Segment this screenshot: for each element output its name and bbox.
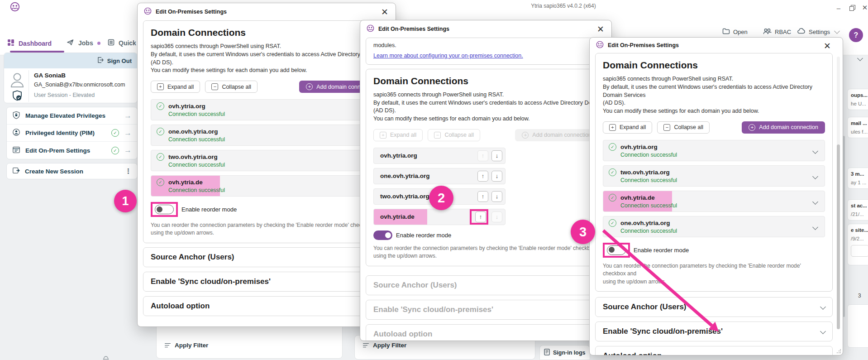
app-window: Ytria sapio365 v4.0.2 (x64) – ✕ Dashboar… bbox=[0, 0, 868, 360]
dialog-edit-onprem-1: Edit On-Premises Settings ✕ Domain Conne… bbox=[137, 3, 396, 327]
success-check-icon: ✓ bbox=[157, 102, 164, 110]
collapse-all-button[interactable]: −Collapse all bbox=[205, 81, 258, 93]
list-icon bbox=[108, 39, 114, 47]
scrolled-panel-fragment: modules. Learn more about configuring yo… bbox=[366, 38, 606, 65]
settings-button[interactable]: Settings bbox=[797, 28, 839, 35]
panel-heading: Domain Connections bbox=[603, 60, 825, 71]
reorder-row-highlighted[interactable]: ovh.ytria.de ↑ ↓ bbox=[373, 209, 506, 225]
reorder-row[interactable]: one.ovh.ytria.org ↑ ↓ bbox=[373, 168, 506, 184]
truncated-card: e site... /9/2... bbox=[847, 224, 868, 265]
expand-all-button[interactable]: +Expand all bbox=[151, 81, 200, 93]
session-card: Sign Out GA SoniaB GA_SoniaB@x7lbv.onmic… bbox=[4, 53, 138, 103]
panel-heading: Domain Connections bbox=[151, 27, 382, 38]
domain-row[interactable]: ✓ovh.ytria.org Connection successful bbox=[603, 140, 825, 161]
domain-row[interactable]: ✓one.ovh.ytria.org Connection successful bbox=[603, 216, 825, 237]
filter-card: Apply Filter bbox=[156, 322, 343, 359]
resize-grip[interactable] bbox=[836, 349, 841, 354]
close-icon[interactable]: ✕ bbox=[597, 25, 604, 34]
truncated-card: oups... he U... bbox=[847, 89, 868, 110]
domain-row[interactable]: ✓two.ovh.ytria.org Connection successful bbox=[151, 150, 382, 171]
truncated-card bbox=[847, 304, 868, 348]
domain-row[interactable]: ✓one.ovh.ytria.org Connection successful bbox=[151, 125, 382, 146]
collapse-all-button[interactable]: −Collapse all bbox=[657, 121, 710, 134]
tab-quick[interactable]: Quick bbox=[108, 39, 136, 47]
chevron-down-icon bbox=[820, 329, 826, 335]
success-check-icon: ✓ bbox=[111, 129, 119, 137]
minimize-button[interactable]: – bbox=[833, 4, 844, 12]
avatar bbox=[10, 72, 25, 91]
move-down-button[interactable]: ↓ bbox=[491, 171, 502, 182]
expand-all-button[interactable]: +Expand all bbox=[603, 121, 652, 134]
success-check-icon: ✓ bbox=[609, 168, 616, 176]
learn-more-link[interactable]: Learn more about configuring your on-pre… bbox=[373, 53, 598, 59]
plus-circle-icon: + bbox=[749, 124, 755, 131]
section-source-anchor-disabled: Source Anchor (Users) bbox=[366, 275, 606, 295]
domain-connections-panel: Domain Connections sapio365 connects thr… bbox=[143, 20, 390, 243]
shield-lock-icon bbox=[12, 111, 20, 120]
move-up-button[interactable]: ↑ bbox=[477, 191, 488, 202]
dialog-scrollbar-thumb[interactable] bbox=[837, 144, 840, 329]
arrow-right-icon: → bbox=[124, 111, 132, 120]
success-check-icon: ✓ bbox=[609, 219, 616, 227]
plus-circle-icon: + bbox=[522, 132, 529, 139]
help-button[interactable]: ? bbox=[849, 28, 863, 42]
sign-out-button[interactable]: Sign Out bbox=[107, 58, 132, 64]
close-icon[interactable]: ✕ bbox=[824, 42, 831, 50]
create-new-session[interactable]: Create New Session ⋮ bbox=[6, 163, 138, 179]
sign-out-icon bbox=[97, 57, 104, 65]
panel-heading: Domain Connections bbox=[373, 76, 598, 86]
domain-connections-panel: Domain Connections sapio365 connects thr… bbox=[595, 53, 833, 292]
chevron-down-icon[interactable] bbox=[857, 55, 863, 61]
arrow-right-icon: → bbox=[124, 129, 132, 138]
success-check-icon: ✓ bbox=[157, 128, 164, 135]
tab-jobs[interactable]: Jobs bbox=[67, 39, 100, 47]
reorder-toggle[interactable] bbox=[607, 245, 626, 255]
signin-logs-tab[interactable]: Sign-in logs bbox=[539, 345, 590, 360]
app-logo-icon bbox=[10, 2, 20, 12]
truncated-card: 3 m... ay 1 ... bbox=[847, 168, 868, 189]
add-domain-button[interactable]: +Add domain connection bbox=[742, 121, 825, 134]
move-up-button[interactable]: ↑ bbox=[477, 171, 488, 182]
truncated-button[interactable] bbox=[851, 245, 868, 257]
step2-highlight-box: ↑ bbox=[470, 209, 488, 225]
move-up-button[interactable]: ↑ bbox=[475, 211, 486, 222]
move-down-button[interactable]: ↓ bbox=[491, 191, 502, 202]
tab-dashboard[interactable]: Dashboard bbox=[7, 39, 52, 48]
section-autoload[interactable]: Autoload option bbox=[143, 296, 390, 316]
people-icon bbox=[763, 28, 772, 36]
chevron-down-icon bbox=[820, 304, 826, 310]
close-icon[interactable]: ✕ bbox=[381, 8, 388, 16]
truncated-card: mail ... ules f... bbox=[847, 117, 868, 138]
reorder-row[interactable]: ovh.ytria.org ↑ ↓ bbox=[373, 148, 506, 164]
rbac-button[interactable]: RBAC bbox=[763, 28, 791, 36]
sidebar-item-pim[interactable]: Privileged Identity (PIM) ✓ → bbox=[7, 125, 137, 142]
reorder-toggle[interactable] bbox=[155, 205, 174, 214]
minus-square-icon: − bbox=[434, 132, 441, 139]
domain-row[interactable]: ✓ovh.ytria.org Connection successful bbox=[151, 99, 382, 120]
sidebar-item-edit-onprem[interactable]: Edit On-Prem Settings ✓ → bbox=[7, 142, 137, 159]
domain-row-highlighted[interactable]: ✓ovh.ytria.de Connection successful bbox=[151, 175, 382, 197]
move-down-button: ↓ bbox=[491, 211, 502, 222]
apply-filter-button[interactable]: Apply Filter bbox=[165, 342, 342, 349]
user-name: GA SoniaB bbox=[34, 72, 66, 79]
section-autoload[interactable]: Autoload option bbox=[595, 346, 833, 355]
section-source-anchor[interactable]: Source Anchor (Users) bbox=[143, 247, 390, 267]
kebab-menu-icon[interactable]: ⋮ bbox=[125, 167, 132, 175]
close-button[interactable]: ✕ bbox=[859, 4, 868, 12]
annotation-step-1: 1 bbox=[114, 190, 137, 212]
sidebar-item-manage-privileges[interactable]: Manage Elevated Privileges → bbox=[7, 107, 137, 125]
domain-row[interactable]: ✓two.ovh.ytria.org Connection successful bbox=[603, 165, 825, 187]
section-source-anchor[interactable]: Source Anchor (Users) bbox=[595, 297, 833, 317]
section-sync-cloud[interactable]: Enable 'Sync cloud/on-premises' bbox=[143, 272, 390, 292]
domain-row-highlighted[interactable]: ✓ovh.ytria.de Connection successful bbox=[603, 191, 825, 212]
step3-highlight-box bbox=[603, 243, 630, 258]
dialog-titlebar: Edit On-Premises Settings ✕ bbox=[360, 20, 611, 38]
open-button[interactable]: Open bbox=[722, 28, 748, 36]
notification-bell-icon[interactable] bbox=[102, 354, 110, 360]
restore-button[interactable] bbox=[846, 4, 858, 12]
move-down-button[interactable]: ↓ bbox=[491, 150, 502, 161]
apply-filter-button[interactable]: Apply Filter bbox=[363, 342, 535, 349]
section-sync-cloud[interactable]: Enable 'Sync cloud/on-premises' bbox=[595, 322, 833, 341]
reorder-toggle-on[interactable] bbox=[373, 230, 392, 240]
annotation-step-2: 2 bbox=[429, 186, 453, 210]
